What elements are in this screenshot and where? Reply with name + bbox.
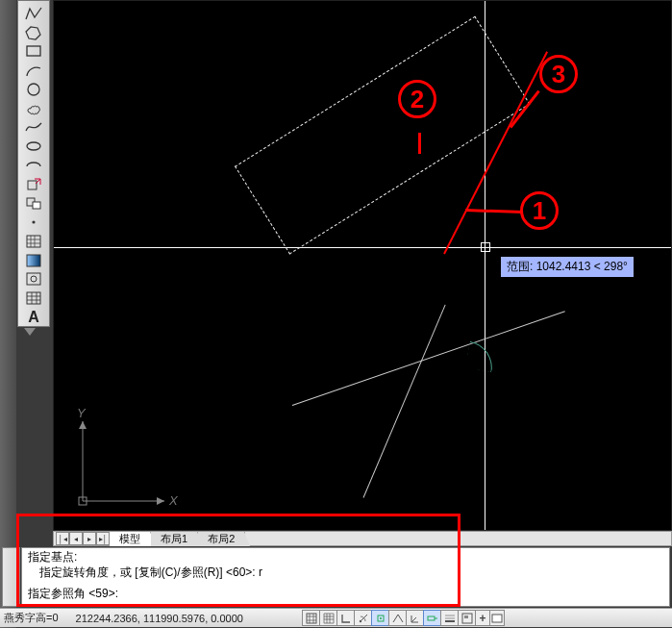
svg-marker-0 — [26, 27, 40, 39]
svg-rect-8 — [27, 236, 40, 247]
tool-make-block-icon[interactable] — [21, 195, 46, 213]
svg-rect-20 — [464, 615, 468, 618]
svg-rect-6 — [33, 202, 40, 209]
svg-rect-4 — [28, 181, 37, 189]
tool-polygon-icon[interactable] — [21, 24, 46, 41]
tab-nav-last-icon[interactable]: ▸│ — [96, 532, 110, 545]
status-otrack-icon[interactable] — [388, 610, 407, 626]
svg-point-2 — [28, 84, 39, 95]
tool-ellipse-icon[interactable] — [21, 138, 46, 155]
status-lwt-icon[interactable] — [440, 610, 459, 626]
tool-revcloud-icon[interactable] — [21, 100, 46, 117]
callout-3: 3 — [539, 55, 578, 93]
geometry-line — [363, 305, 446, 498]
status-qp-icon[interactable] — [458, 610, 476, 626]
tab-layout1[interactable]: 布局1 — [151, 532, 198, 546]
callout-connector — [418, 133, 421, 154]
svg-point-17 — [380, 617, 382, 619]
status-dyn-icon[interactable] — [423, 610, 441, 626]
tool-point-icon[interactable] — [21, 214, 46, 231]
status-ortho-icon[interactable] — [336, 610, 355, 626]
tool-rectangle-icon[interactable] — [21, 43, 46, 61]
svg-rect-12 — [27, 292, 40, 304]
tool-arc-icon[interactable] — [21, 62, 46, 79]
svg-point-11 — [31, 276, 37, 282]
ucs-icon: X Y — [68, 410, 184, 515]
command-panel-grip[interactable] — [2, 547, 20, 607]
tool-mtext-icon[interactable]: A — [21, 309, 46, 326]
command-panel[interactable]: 指定基点: 指定旋转角度，或 [复制(C)/参照(R)] <60>: r 指定参… — [21, 547, 670, 607]
status-osnap-icon[interactable] — [371, 610, 389, 626]
status-snap-icon[interactable] — [302, 610, 320, 626]
callout-2: 2 — [398, 80, 436, 118]
tab-model[interactable]: 模型 — [110, 532, 151, 546]
tool-circle-icon[interactable] — [21, 81, 46, 98]
tab-nav-first-icon[interactable]: │◂ — [56, 532, 69, 545]
layout-tabs: │◂ ◂ ▸ ▸│ 模型 布局1 布局2 — [53, 531, 672, 546]
crosshair-horizontal — [54, 247, 671, 248]
ucs-y-label: Y — [77, 406, 86, 420]
status-ducs-icon[interactable] — [406, 610, 424, 626]
callout-1: 1 — [520, 191, 559, 230]
tool-insert-block-icon[interactable] — [21, 176, 46, 193]
callout-connector — [465, 209, 523, 214]
tool-hatch-icon[interactable] — [21, 233, 46, 250]
svg-rect-1 — [27, 46, 40, 56]
ucs-x-label: X — [169, 493, 178, 508]
svg-point-7 — [32, 221, 35, 224]
drawing-canvas[interactable]: 范围: 1042.4413 < 298° X Y 1 2 3 — [53, 0, 672, 531]
command-history-line: 指定旋转角度，或 [复制(C)/参照(R)] <60>: r — [28, 565, 663, 580]
tool-spline-icon[interactable] — [21, 119, 46, 137]
tool-gradient-icon[interactable] — [21, 252, 46, 269]
status-coordinates: 212244.2366, 111990.5976, 0.0000 — [76, 613, 243, 624]
svg-point-3 — [27, 142, 40, 150]
geometry-line — [292, 311, 565, 406]
svg-rect-18 — [428, 616, 435, 620]
tool-ellipse-arc-icon[interactable] — [21, 157, 46, 174]
svg-rect-9 — [27, 255, 40, 266]
tab-nav-prev-icon[interactable]: ◂ — [69, 532, 83, 545]
tool-region-icon[interactable] — [21, 271, 46, 289]
pickbox-icon — [481, 242, 490, 252]
status-textstyle: 燕秀字高=0 — [4, 611, 59, 625]
preview-rect-dashed — [235, 16, 530, 255]
command-history-line: 指定基点: — [28, 549, 663, 565]
tab-layout2[interactable]: 布局2 — [198, 532, 245, 546]
status-polar-icon[interactable] — [354, 610, 372, 626]
svg-rect-10 — [27, 273, 40, 285]
status-grid-icon[interactable] — [319, 610, 337, 626]
tool-polyline-icon[interactable] — [21, 5, 46, 22]
svg-rect-13 — [79, 497, 87, 505]
dynamic-input-tooltip: 范围: 1042.4413 < 298° — [500, 256, 635, 278]
status-model-toggle-icon[interactable] — [489, 610, 505, 626]
command-input-line[interactable]: 指定参照角 <59>: — [28, 586, 663, 601]
tool-table-icon[interactable] — [21, 289, 46, 307]
status-bar: 燕秀字高=0 212244.2366, 111990.5976, 0.0000 … — [0, 608, 672, 627]
angle-arc-icon — [465, 341, 496, 372]
tab-nav-next-icon[interactable]: ▸ — [83, 532, 96, 545]
svg-rect-14 — [307, 614, 316, 623]
svg-rect-21 — [492, 615, 502, 622]
draw-toolbar: A — [17, 0, 50, 327]
status-plus-button[interactable]: + — [475, 610, 490, 626]
